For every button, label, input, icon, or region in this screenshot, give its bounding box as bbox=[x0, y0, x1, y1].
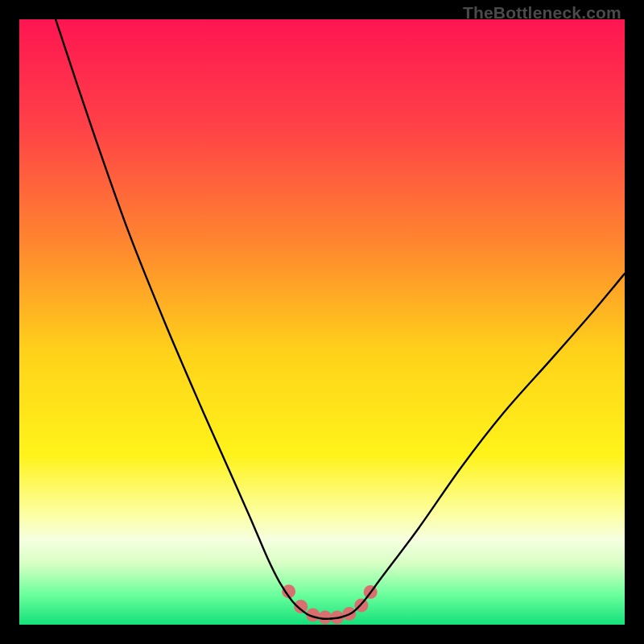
watermark-text: TheBottleneck.com bbox=[463, 3, 621, 23]
right-branch-curve bbox=[331, 274, 625, 619]
curve-layer bbox=[19, 19, 625, 625]
left-branch-curve bbox=[56, 19, 331, 619]
plot-area bbox=[19, 19, 625, 625]
chart-frame: TheBottleneck.com bbox=[0, 0, 644, 644]
